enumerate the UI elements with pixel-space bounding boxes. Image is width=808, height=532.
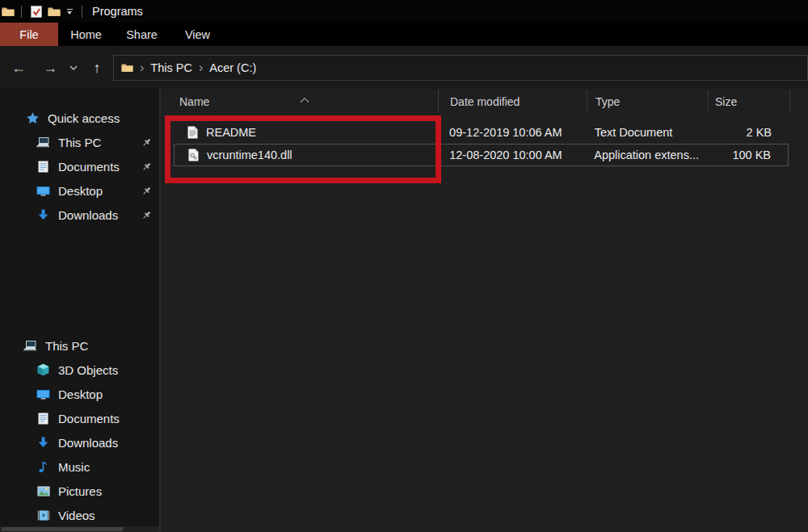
- sidebar-horizontal-scrollbar[interactable]: [0, 526, 159, 532]
- sidebar-item-desktop[interactable]: Desktop: [0, 382, 159, 406]
- sidebar-item-this-pc-pinned[interactable]: This PC: [0, 130, 159, 154]
- sidebar-item-3d-objects[interactable]: 3D Objects: [0, 358, 159, 382]
- sidebar-item-label: This PC: [45, 339, 88, 353]
- sidebar-item-this-pc[interactable]: This PC: [0, 333, 159, 358]
- pin-icon: [141, 136, 152, 150]
- videos-icon: [36, 510, 51, 521]
- sidebar-item-pictures[interactable]: Pictures: [0, 479, 159, 503]
- toolbar-separator: [21, 6, 22, 18]
- sidebar-item-label: Downloads: [58, 436, 118, 450]
- explorer-content: Quick access This PC Documents Des: [0, 89, 808, 532]
- sidebar-item-documents[interactable]: Documents: [0, 406, 159, 430]
- new-folder-icon[interactable]: [45, 2, 63, 20]
- file-date-modified: 12-08-2020 10:00 AM: [438, 149, 586, 161]
- breadcrumb-this-pc[interactable]: This PC: [150, 61, 192, 74]
- breadcrumb-chevron-icon: ›: [199, 61, 203, 74]
- back-icon[interactable]: ←: [10, 61, 27, 75]
- forward-icon[interactable]: →: [41, 61, 59, 75]
- file-row-readme[interactable]: README 09-12-2019 10:06 AM Text Document…: [174, 121, 789, 144]
- sidebar-item-desktop-pinned[interactable]: Desktop: [0, 178, 159, 203]
- ribbon-tab-bar: File Home Share View: [0, 23, 808, 46]
- breadcrumb-chevron-icon: ›: [140, 61, 144, 74]
- address-folder-icon: [121, 63, 133, 73]
- downloads-icon: [36, 209, 51, 221]
- navigation-bar: ← → ↑ › This PC › Acer (C:): [0, 46, 808, 89]
- pin-icon: [141, 161, 152, 174]
- tab-view[interactable]: View: [170, 23, 225, 46]
- file-size: 2 KB: [707, 126, 789, 139]
- address-bar[interactable]: › This PC › Acer (C:): [113, 55, 808, 81]
- pictures-icon: [36, 486, 51, 496]
- downloads-icon: [36, 437, 51, 449]
- file-size: 100 KB: [706, 149, 788, 161]
- sidebar-item-label: Quick access: [48, 111, 120, 125]
- sidebar-item-label: Desktop: [58, 184, 103, 198]
- sidebar-item-videos[interactable]: Videos: [0, 503, 159, 527]
- up-icon[interactable]: ↑: [88, 61, 106, 75]
- text-document-icon: [187, 126, 198, 139]
- sidebar-item-label: Desktop: [58, 387, 103, 401]
- explorer-window-icon: [1, 6, 15, 17]
- sidebar-item-label: Documents: [58, 160, 120, 174]
- file-date-modified: 09-12-2019 10:06 AM: [438, 126, 587, 139]
- sidebar-item-label: Pictures: [58, 484, 102, 498]
- column-header-name[interactable]: Name: [174, 90, 439, 113]
- recent-locations-chevron-icon[interactable]: [68, 65, 79, 70]
- file-type: Application extens...: [586, 149, 706, 161]
- sidebar-item-label: Videos: [58, 509, 95, 522]
- this-pc-icon: [36, 136, 51, 148]
- sidebar-item-downloads[interactable]: Downloads: [0, 430, 159, 455]
- file-name: vcruntime140.dll: [207, 149, 292, 161]
- toolbar-separator: [82, 6, 82, 18]
- sidebar-item-label: Documents: [58, 412, 120, 425]
- column-header-type[interactable]: Type: [587, 90, 709, 113]
- scrollbar-thumb[interactable]: [2, 527, 123, 531]
- tab-share[interactable]: Share: [114, 23, 170, 46]
- sidebar-item-documents-pinned[interactable]: Documents: [0, 154, 159, 178]
- window-title: Programs: [92, 5, 143, 18]
- pin-icon: [141, 185, 152, 199]
- this-pc-icon: [23, 340, 38, 351]
- tab-home[interactable]: Home: [58, 23, 114, 46]
- file-name: README: [206, 126, 256, 139]
- file-list-pane: Name Date modified Type Size README 09-1…: [161, 89, 808, 532]
- column-header-size[interactable]: Size: [709, 90, 790, 113]
- properties-icon[interactable]: [27, 2, 45, 20]
- sidebar-item-label: 3D Objects: [58, 363, 118, 377]
- desktop-icon: [36, 186, 51, 196]
- music-note-icon: [36, 460, 51, 473]
- file-row-vcruntime140-dll[interactable]: vcruntime140.dll 12-08-2020 10:00 AM App…: [174, 144, 789, 166]
- sidebar-item-label: This PC: [58, 136, 101, 149]
- sidebar-item-label: Downloads: [58, 208, 118, 222]
- documents-icon: [36, 413, 51, 425]
- customize-quick-access-toolbar-icon[interactable]: [63, 9, 76, 15]
- documents-icon: [36, 161, 51, 173]
- 3d-objects-icon: [36, 363, 51, 376]
- sidebar-item-downloads-pinned[interactable]: Downloads: [0, 203, 159, 227]
- title-bar: Programs: [0, 0, 808, 23]
- desktop-icon: [36, 389, 51, 400]
- column-header-date-modified[interactable]: Date modified: [439, 90, 587, 113]
- navigation-pane: Quick access This PC Documents Des: [0, 89, 159, 532]
- dll-icon: [188, 149, 199, 161]
- pin-icon: [141, 209, 152, 223]
- tab-file[interactable]: File: [0, 23, 58, 46]
- sidebar-item-music[interactable]: Music: [0, 455, 159, 479]
- breadcrumb-acer-c[interactable]: Acer (C:): [209, 61, 256, 74]
- file-type: Text Document: [587, 126, 708, 139]
- sidebar-item-quick-access[interactable]: Quick access: [0, 106, 159, 130]
- sidebar-item-label: Music: [58, 460, 90, 474]
- quick-access-star-icon: [25, 111, 40, 125]
